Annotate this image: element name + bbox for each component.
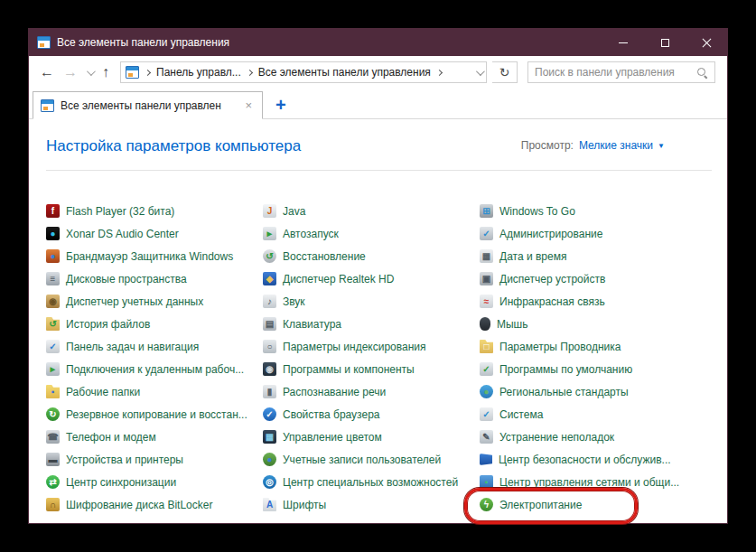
- control-panel-item-label: Мышь: [497, 318, 528, 331]
- control-panel-item[interactable]: ⊞Windows To Go: [480, 200, 679, 222]
- devices-printers-icon: ▬: [46, 453, 60, 466]
- autoplay-icon: ►: [263, 227, 276, 240]
- control-panel-item[interactable]: ▪Центр управления сетями и общи...: [480, 471, 679, 493]
- view-by-dropdown[interactable]: Мелкие значки ▼: [579, 139, 665, 152]
- maximize-button[interactable]: [644, 29, 686, 56]
- new-tab-button[interactable]: +: [275, 96, 286, 114]
- control-panel-item[interactable]: ◉Программы и компоненты: [263, 358, 480, 380]
- recent-pages-chevron-icon[interactable]: [87, 67, 96, 76]
- file-history-icon: ↺: [46, 317, 60, 331]
- storage-spaces-icon: ≡: [46, 272, 60, 285]
- remoteapp-connections-icon: ►: [46, 362, 60, 376]
- control-panel-item[interactable]: JJava: [263, 200, 480, 222]
- control-panel-item[interactable]: ●Учетные записи пользователей: [263, 448, 480, 471]
- taskbar-navigation-icon: ✓: [46, 340, 60, 353]
- sound-icon: ♪: [263, 295, 276, 308]
- default-programs-icon: ✓: [480, 362, 493, 376]
- date-time-icon: ▦: [480, 249, 493, 263]
- close-button[interactable]: [686, 29, 727, 56]
- control-panel-item[interactable]: ▪Рабочие папки: [46, 380, 263, 403]
- tab-close-button[interactable]: ×: [243, 98, 254, 112]
- navigation-bar: ← → ↑ Панель управл... Все элементы пане…: [29, 56, 727, 89]
- control-panel-item-label: Диспетчер Realtek HD: [283, 273, 394, 285]
- control-panel-item[interactable]: ≡Дисковые пространства: [46, 267, 263, 290]
- control-panel-item[interactable]: ☎Телефон и модем: [46, 426, 263, 448]
- control-panel-item[interactable]: ⇄Центр синхронизации: [46, 471, 263, 493]
- search-box[interactable]: [527, 61, 715, 83]
- control-panel-item[interactable]: ▮Распознавание речи: [263, 380, 480, 403]
- control-panel-item[interactable]: ◉Диспетчер учетных данных: [46, 290, 263, 313]
- items-column: JJava►Автозапуск↺Восстановление◆Диспетче…: [263, 200, 480, 516]
- control-panel-item[interactable]: ϟЭлектропитание: [480, 493, 679, 516]
- control-panel-item[interactable]: ◆Диспетчер Realtek HD: [263, 267, 480, 290]
- control-panel-item[interactable]: ♪Звук: [263, 290, 480, 313]
- speech-recognition-icon: ▮: [263, 385, 276, 398]
- control-panel-item[interactable]: ▣Диспетчер устройств: [480, 267, 679, 290]
- control-panel-item[interactable]: AШрифты: [263, 493, 480, 516]
- control-panel-item[interactable]: ✎Устранение неполадок: [480, 426, 679, 448]
- control-panel-item-label: Устранение неполадок: [499, 431, 614, 444]
- control-panel-item[interactable]: ∩Шифрование диска BitLocker: [46, 493, 263, 516]
- control-panel-item[interactable]: ✓Свойства браузера: [263, 403, 480, 426]
- breadcrumb-chevron-icon: [436, 69, 443, 75]
- control-panel-item[interactable]: ▦Дата и время: [480, 245, 679, 267]
- control-panel-item[interactable]: ●Региональные стандарты: [480, 380, 679, 403]
- control-panel-item[interactable]: ▦Управление цветом: [263, 426, 480, 448]
- control-panel-item[interactable]: ✓Программы по умолчанию: [480, 358, 679, 380]
- control-panel-item[interactable]: ↺Восстановление: [263, 245, 480, 267]
- control-panel-item[interactable]: ✓Панель задач и навигация: [46, 335, 263, 358]
- view-by-control[interactable]: Просмотр: Мелкие значки ▼: [521, 139, 712, 152]
- tab-all-control-panel-items[interactable]: Все элементы панели управлен ×: [33, 91, 263, 119]
- backup-restore-icon: ↻: [46, 407, 60, 421]
- control-panel-item[interactable]: ●Брандмауэр Защитника Windows: [46, 245, 263, 267]
- control-panel-item[interactable]: Мышь: [480, 313, 679, 335]
- search-input[interactable]: [535, 66, 696, 79]
- flash-player-icon: f: [46, 204, 60, 218]
- user-accounts-icon: ●: [263, 453, 276, 466]
- breadcrumb-chevron-icon: [145, 69, 151, 75]
- control-panel-item[interactable]: ◎Центр специальных возможностей: [263, 471, 480, 493]
- control-panel-item[interactable]: □Параметры Проводника: [480, 335, 679, 358]
- breadcrumb-segment-all-items[interactable]: Все элементы панели управления: [258, 66, 431, 79]
- forward-button[interactable]: →: [63, 65, 78, 80]
- up-button[interactable]: ↑: [102, 65, 109, 80]
- control-panel-item[interactable]: ▬Устройства и принтеры: [46, 448, 263, 471]
- explorer-options-icon: □: [480, 340, 493, 353]
- control-panel-item-label: Параметры Проводника: [499, 341, 621, 353]
- security-maintenance-icon: [480, 454, 492, 465]
- content-area: Настройка параметров компьютера Просмотр…: [29, 119, 727, 516]
- control-panel-item[interactable]: ≈Инфракрасная связь: [480, 290, 679, 313]
- tab-label: Все элементы панели управлен: [61, 99, 237, 112]
- control-panel-item[interactable]: ▤Клавиатура: [263, 313, 480, 335]
- control-panel-item[interactable]: ✓Система: [480, 403, 679, 426]
- troubleshooting-icon: ✎: [480, 430, 493, 444]
- control-panel-item[interactable]: ►Автозапуск: [263, 222, 480, 245]
- control-panel-item[interactable]: ○Параметры индексирования: [263, 335, 480, 358]
- control-panel-item[interactable]: ●Xonar DS Audio Center: [46, 222, 263, 245]
- control-panel-item-label: Шрифты: [283, 499, 326, 511]
- control-panel-item[interactable]: ►Подключения к удаленным рабоч...: [46, 358, 263, 380]
- control-panel-item[interactable]: Центр безопасности и обслужив...: [480, 448, 679, 471]
- address-bar[interactable]: Панель управл... Все элементы панели упр…: [120, 61, 487, 83]
- back-button[interactable]: ←: [40, 65, 54, 80]
- control-panel-item-label: Брандмауэр Защитника Windows: [66, 250, 233, 263]
- control-panel-item-label: Панель задач и навигация: [66, 341, 199, 353]
- control-panel-item-label: Java: [283, 205, 305, 218]
- title-bar[interactable]: Все элементы панели управления: [29, 29, 727, 56]
- control-panel-item-label: Шифрование диска BitLocker: [66, 499, 212, 511]
- control-panel-item-label: Администрирование: [499, 228, 602, 240]
- system-icon: ✓: [480, 407, 493, 421]
- control-panel-item-label: Параметры индексирования: [283, 341, 425, 353]
- control-panel-item[interactable]: ↺История файлов: [46, 313, 263, 335]
- control-panel-item-label: Управление цветом: [283, 431, 382, 444]
- minimize-button[interactable]: [602, 29, 644, 56]
- breadcrumb-segment-control-panel[interactable]: Панель управл...: [156, 66, 241, 79]
- control-panel-item[interactable]: ✓Администрирование: [480, 222, 679, 245]
- control-panel-item[interactable]: fFlash Player (32 бита): [46, 200, 263, 222]
- breadcrumb-chevron-icon: [247, 69, 253, 75]
- control-panel-item-label: Windows To Go: [499, 205, 575, 218]
- control-panel-item[interactable]: ↻Резервное копирование и восстан...: [46, 403, 263, 426]
- page-title: Настройка параметров компьютера: [46, 137, 301, 155]
- address-dropdown-chevron-icon[interactable]: [476, 67, 485, 76]
- refresh-button[interactable]: ↻: [492, 61, 518, 83]
